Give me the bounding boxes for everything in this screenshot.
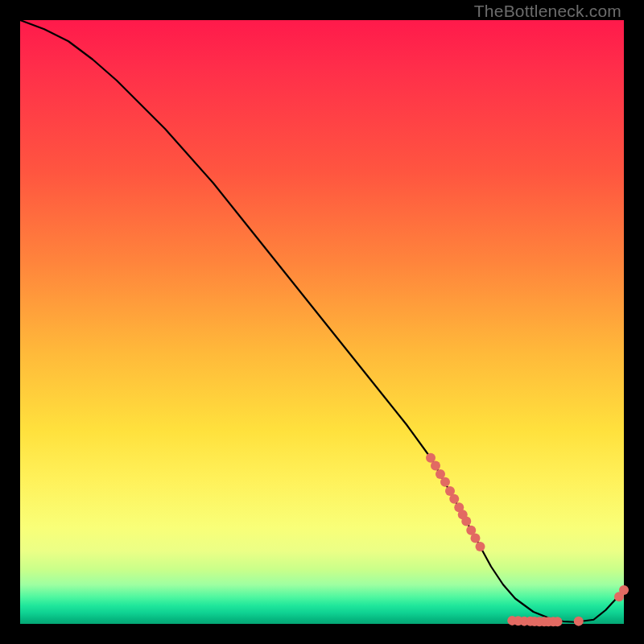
bottleneck-curve: [20, 20, 624, 622]
highlighted-point: [574, 617, 584, 626]
highlighted-point: [440, 477, 450, 487]
highlighted-points-group: [426, 453, 629, 627]
highlighted-point: [476, 542, 485, 551]
chart-overlay: [20, 20, 624, 624]
highlighted-point: [553, 617, 563, 626]
chart-container: TheBottleneck.com: [0, 0, 644, 644]
highlighted-point: [471, 534, 481, 543]
highlighted-point: [449, 494, 459, 504]
highlighted-point: [619, 585, 629, 595]
highlighted-point: [431, 461, 440, 471]
attribution-label: TheBottleneck.com: [474, 2, 621, 21]
highlighted-point: [461, 517, 471, 526]
